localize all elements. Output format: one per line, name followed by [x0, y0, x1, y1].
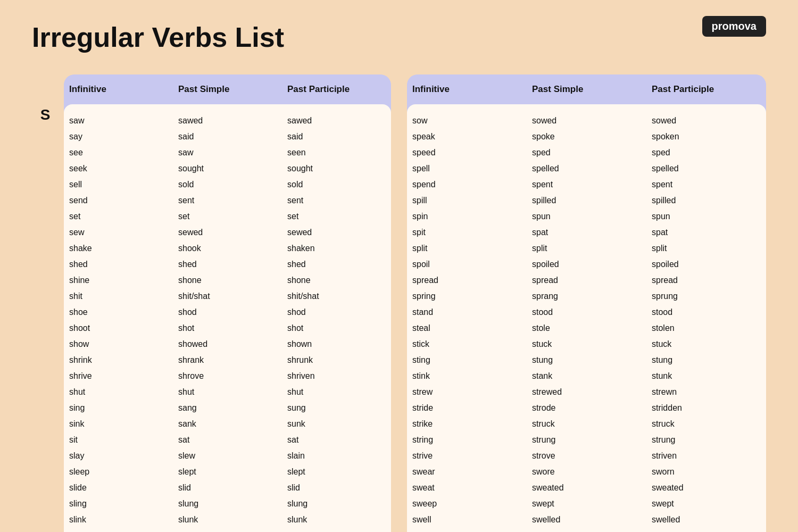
table-row: sowsowedsowed [407, 113, 766, 129]
cell: slung [173, 497, 282, 511]
table-row: singsangsung [64, 400, 391, 416]
cell: stung [527, 353, 646, 367]
cell: sprung [646, 289, 766, 303]
cell: sawed [173, 114, 282, 128]
table-row: shoeshodshod [64, 304, 391, 320]
cell: steal [407, 321, 527, 335]
cell: sewed [282, 226, 391, 239]
cell: shed [282, 257, 391, 271]
cell: sweep [407, 497, 527, 511]
cell: send [64, 194, 173, 207]
cell: sped [646, 146, 766, 160]
cell: stood [527, 305, 646, 319]
cell: shriven [282, 369, 391, 383]
cell: spell [407, 162, 527, 176]
cell: swell [407, 513, 527, 527]
table-row: slinkslunkslunk [64, 512, 391, 528]
cell: shit/shat [173, 289, 282, 303]
cell: stuck [527, 337, 646, 351]
table-row: sellsoldsold [64, 177, 391, 193]
table-row: shakeshookshaken [64, 240, 391, 256]
table-row: shutshutshut [64, 384, 391, 400]
cell: shone [173, 273, 282, 287]
cell: stuck [646, 337, 766, 351]
cell: swept [646, 497, 766, 511]
table-row: stingstungstung [407, 352, 766, 368]
table-row: slideslidslid [64, 480, 391, 496]
table-row: sewsewedsewed [64, 225, 391, 240]
cell: struck [527, 417, 646, 431]
cell: spill [407, 194, 527, 207]
table-row: stinkstankstunk [407, 368, 766, 384]
cell: speed [407, 146, 527, 160]
table-row: seeksoughtsought [64, 161, 391, 177]
cell: sawed [282, 114, 391, 128]
cell: stung [646, 353, 766, 367]
cell: set [64, 210, 173, 223]
table-row: speedspedsped [407, 145, 766, 161]
cell: shrove [173, 369, 282, 383]
cell: sewed [173, 226, 282, 239]
table-row: stridestrodestridden [407, 400, 766, 416]
cell: spoiled [646, 257, 766, 271]
cell: shine [64, 273, 173, 287]
cell: swum [646, 529, 766, 532]
cell: shot [282, 321, 391, 335]
table-row: shootshotshot [64, 320, 391, 336]
table-row: sawsawedsawed [64, 113, 391, 129]
cell: sunk [282, 417, 391, 431]
cell: sowed [646, 114, 766, 128]
cell: spilled [646, 194, 766, 207]
cell: shed [173, 257, 282, 271]
cell: shown [282, 337, 391, 351]
cell: sleep [64, 465, 173, 479]
cell: struck [646, 417, 766, 431]
table-row: spitspatspat [407, 225, 766, 240]
cell: sweated [646, 481, 766, 495]
table-row: spoilspoiledspoiled [407, 256, 766, 272]
cell: sat [282, 433, 391, 447]
cell: swim [407, 529, 527, 532]
cell: strove [527, 449, 646, 463]
cell: strewn [646, 385, 766, 399]
letter-marker: S [32, 74, 59, 123]
cell: shut [173, 385, 282, 399]
table-row: splitsplitsplit [407, 240, 766, 256]
cell: shaken [282, 242, 391, 255]
table-row: stealstolestolen [407, 320, 766, 336]
table-row: sinksanksunk [64, 416, 391, 432]
table-row: seesawseen [64, 145, 391, 161]
cell: swept [527, 497, 646, 511]
cell: swam [527, 529, 646, 532]
table-row: shineshoneshone [64, 272, 391, 288]
cell: swore [527, 465, 646, 479]
cell: spun [646, 210, 766, 223]
cell: stolen [646, 321, 766, 335]
table-row: spillspilledspilled [407, 193, 766, 209]
cell: shook [173, 242, 282, 255]
table-row: stringstrungstrung [407, 432, 766, 448]
table-row: slayslewslain [64, 448, 391, 464]
cell: split [527, 242, 646, 255]
cell: sped [527, 146, 646, 160]
cell: strung [646, 433, 766, 447]
cell: string [407, 433, 527, 447]
cell: stand [407, 305, 527, 319]
cell: sowed [527, 114, 646, 128]
cell: saw [64, 114, 173, 128]
cell: spent [646, 178, 766, 192]
cell: slit [282, 529, 391, 532]
cell: sent [173, 194, 282, 207]
cell: swelled [527, 513, 646, 527]
cell: spun [527, 210, 646, 223]
table2-col2-header: Past Simple [527, 74, 646, 104]
cell: saw [173, 146, 282, 160]
cell: stick [407, 337, 527, 351]
cell: spilled [527, 194, 646, 207]
cell: set [282, 210, 391, 223]
table-row: spreadspreadspread [407, 272, 766, 288]
cell: shake [64, 242, 173, 255]
cell: shrive [64, 369, 173, 383]
table-row: showshowedshown [64, 336, 391, 352]
cell: sweat [407, 481, 527, 495]
